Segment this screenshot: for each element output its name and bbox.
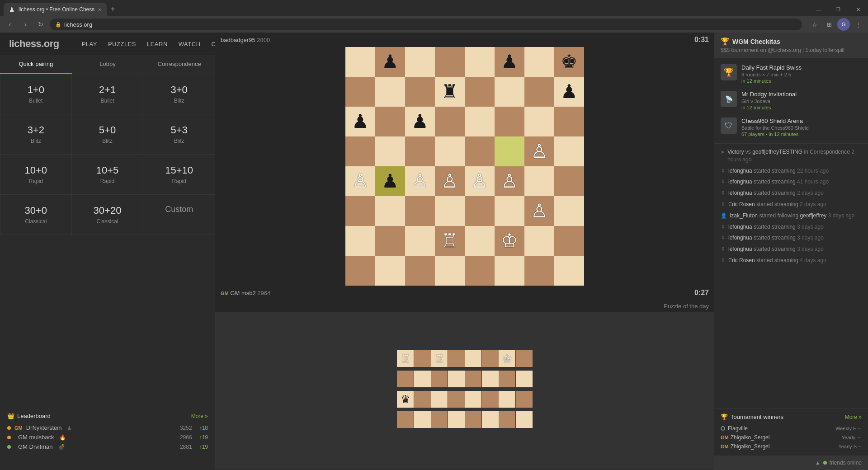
board-square[interactable]	[375, 136, 405, 166]
tournament-item-1[interactable]: 📡 Mr Dodgy Invitational Giri v Jobava in…	[714, 87, 868, 114]
player-name[interactable]: GM Drvitman	[18, 443, 53, 450]
active-tab[interactable]: ♟ lichess.org • Free Online Chess ×	[4, 3, 107, 16]
mini-board-square[interactable]	[397, 411, 414, 428]
board-square[interactable]: ♟	[495, 47, 524, 77]
board-square[interactable]	[375, 77, 405, 107]
maximize-button[interactable]: ❐	[828, 3, 848, 16]
board-square[interactable]	[435, 136, 465, 166]
tab-correspondence[interactable]: Correspondence	[143, 55, 215, 74]
mini-board-square[interactable]	[482, 371, 499, 387]
mini-board-square[interactable]	[516, 391, 533, 408]
winner-name[interactable]: Zhigalko_Sergei	[731, 434, 842, 441]
mini-board-square[interactable]	[431, 371, 448, 387]
board-square[interactable]	[375, 256, 405, 286]
game-cell-blitz-3[interactable]: 5+0 Blitz	[72, 114, 144, 155]
puzzle-board[interactable]: ♖♖♔♛	[215, 312, 714, 470]
new-tab-button[interactable]: +	[107, 3, 119, 15]
board-square[interactable]	[405, 47, 435, 77]
mini-board-square[interactable]	[414, 411, 431, 428]
board-square[interactable]	[554, 107, 584, 136]
board-square[interactable]: ♟	[345, 107, 375, 136]
mini-board-square[interactable]	[465, 411, 481, 428]
board-square[interactable]	[405, 226, 435, 256]
site-logo[interactable]: lichess.org	[9, 38, 59, 50]
mini-board-square[interactable]	[516, 350, 533, 367]
mini-board-square[interactable]	[448, 391, 465, 408]
mini-board-square[interactable]	[465, 371, 481, 387]
game-cell-blitz-2[interactable]: 3+2 Blitz	[0, 114, 72, 155]
board-square[interactable]	[554, 256, 584, 286]
menu-button[interactable]: ⋮	[852, 18, 864, 31]
mini-board-square[interactable]	[448, 411, 465, 428]
board-square[interactable]	[405, 256, 435, 286]
board-square[interactable]: ♙	[345, 166, 375, 196]
board-square[interactable]	[495, 196, 524, 226]
mini-board-square[interactable]: ♛	[397, 391, 414, 408]
mini-board-square[interactable]	[482, 391, 499, 408]
game-cell-bullet-2[interactable]: 2+1 Bullet	[72, 74, 144, 114]
board-square[interactable]: ♔	[495, 226, 524, 256]
board-square[interactable]: ♜	[435, 77, 465, 107]
mini-board-square[interactable]: ♖	[431, 350, 448, 367]
board-square[interactable]: ♙	[405, 166, 435, 196]
board-square[interactable]	[495, 256, 524, 286]
board-square[interactable]	[465, 196, 495, 226]
board-square[interactable]: ♟	[405, 107, 435, 136]
board-square[interactable]	[405, 196, 435, 226]
tab-lobby[interactable]: Lobby	[72, 55, 144, 74]
board-square[interactable]: ♚	[554, 47, 584, 77]
mini-board-square[interactable]	[465, 391, 481, 408]
mini-chess-board[interactable]: ♖♖♔♛	[397, 350, 533, 432]
nav-puzzles[interactable]: PUZZLES	[108, 41, 136, 47]
board-square[interactable]: ♟	[375, 47, 405, 77]
winner-name[interactable]: Zhigalko_Sergei	[731, 443, 839, 450]
bookmark-button[interactable]: ☆	[808, 18, 821, 31]
board-square[interactable]	[375, 196, 405, 226]
board-square[interactable]	[435, 256, 465, 286]
board-square[interactable]: ♙	[524, 196, 554, 226]
close-tab-button[interactable]: ×	[98, 7, 101, 12]
board-square[interactable]	[345, 226, 375, 256]
mini-board-square[interactable]	[414, 350, 431, 367]
mini-board-square[interactable]	[431, 391, 448, 408]
mini-board-square[interactable]	[499, 411, 515, 428]
game-cell-rapid-2[interactable]: 10+5 Rapid	[72, 155, 144, 195]
board-square[interactable]	[465, 136, 495, 166]
friends-bar[interactable]: ▲ friends online	[714, 456, 868, 470]
tournament-item-0[interactable]: 🏆 Daily Fast Rapid Swiss 6 rounds × 7 mi…	[714, 61, 868, 87]
board-square[interactable]	[435, 196, 465, 226]
board-square[interactable]	[375, 226, 405, 256]
mini-board-square[interactable]	[448, 350, 465, 367]
tab-quick-pairing[interactable]: Quick pairing	[0, 55, 72, 74]
game-cell-classical-2[interactable]: 30+20 Classical	[72, 195, 144, 235]
winner-name[interactable]: Flagville	[728, 425, 835, 432]
board-square[interactable]	[375, 107, 405, 136]
nav-watch[interactable]: WATCH	[179, 41, 201, 47]
board-square[interactable]	[435, 47, 465, 77]
game-cell-rapid-3[interactable]: 15+10 Rapid	[143, 155, 215, 195]
mini-board-square[interactable]	[482, 411, 499, 428]
board-square[interactable]	[435, 107, 465, 136]
reload-button[interactable]: ↻	[34, 18, 47, 31]
game-cell-bullet-1[interactable]: 1+0 Bullet	[0, 74, 72, 114]
board-square[interactable]	[465, 256, 495, 286]
board-square[interactable]	[524, 107, 554, 136]
board-square[interactable]: ♟	[375, 166, 405, 196]
chess-board[interactable]: ♟♟♚♜♟♟♟♙♙♟♙♙♙♙♙♖♔	[345, 47, 584, 286]
board-square[interactable]	[554, 136, 584, 166]
window-close-button[interactable]: ✕	[848, 3, 868, 16]
mini-board-square[interactable]: ♖	[397, 350, 414, 367]
nav-learn[interactable]: LEARN	[147, 41, 168, 47]
mini-board-square[interactable]	[448, 371, 465, 387]
board-square[interactable]	[495, 77, 524, 107]
game-cell-classical-1[interactable]: 30+0 Classical	[0, 195, 72, 235]
nav-play[interactable]: PLAY	[82, 41, 97, 47]
forward-button[interactable]: ›	[19, 18, 32, 31]
board-square[interactable]	[345, 47, 375, 77]
board-square[interactable]	[465, 77, 495, 107]
board-square[interactable]: ♖	[435, 226, 465, 256]
minimize-button[interactable]: —	[808, 3, 828, 16]
mini-board-square[interactable]	[465, 350, 481, 367]
board-square[interactable]	[554, 196, 584, 226]
mini-board-square[interactable]	[499, 391, 515, 408]
